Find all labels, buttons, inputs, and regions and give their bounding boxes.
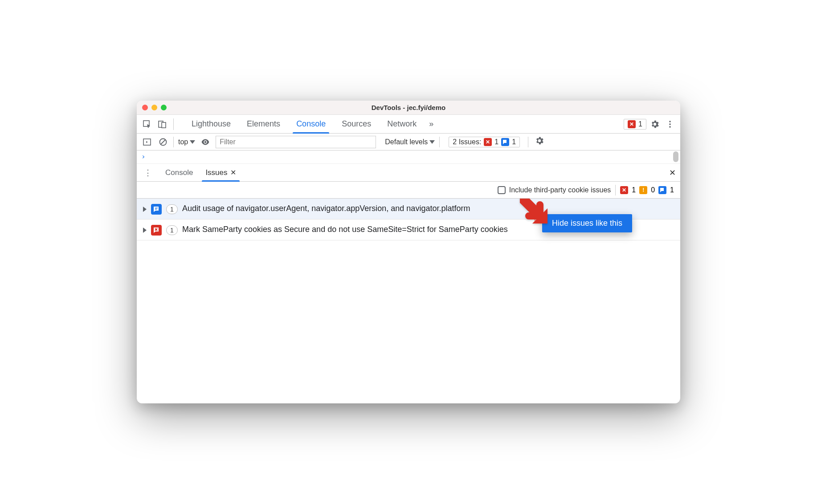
warning-count: 0 (651, 186, 655, 194)
close-drawer-button[interactable]: ✕ (669, 168, 676, 178)
inspect-element-button[interactable] (140, 118, 154, 131)
divider (528, 137, 528, 147)
live-expression-button[interactable] (200, 136, 211, 148)
drawer-tab-label: Console (165, 168, 193, 177)
checkbox-label: Include third-party cookie issues (509, 186, 611, 194)
context-menu-item-hide-issues[interactable]: Hide issues like this (542, 214, 632, 232)
tab-console[interactable]: Console (288, 115, 334, 133)
error-count: 1 (638, 120, 642, 128)
window-minimize-button[interactable] (151, 105, 157, 110)
error-issue-icon (151, 225, 162, 236)
devtools-window: DevTools - jec.fyi/demo Lighthouse Eleme… (137, 101, 680, 403)
issue-count-pill: 1 (166, 225, 178, 235)
close-tab-icon[interactable]: ✕ (230, 168, 236, 177)
divider (173, 118, 174, 130)
annotation-arrow-icon (520, 199, 551, 227)
svg-line-8 (161, 140, 165, 144)
prompt-chevron-icon: › (141, 152, 146, 161)
console-toolbar: top Default levels 2 Issues: ✕ 1 1 (137, 134, 680, 150)
include-third-party-checkbox[interactable]: Include third-party cookie issues (498, 186, 611, 194)
issues-toolbar: Include third-party cookie issues ✕ 1 ! … (137, 182, 680, 199)
drawer-tab-issues[interactable]: Issues ✕ (199, 164, 242, 181)
window-close-button[interactable] (142, 105, 148, 110)
window-title: DevTools - jec.fyi/demo (372, 104, 445, 111)
info-issue-icon (151, 204, 162, 215)
execution-context-selector[interactable]: top (178, 138, 195, 146)
context-label: top (178, 138, 188, 146)
issues-info-count: 1 (512, 138, 516, 146)
error-icon: ✕ (484, 138, 492, 146)
more-menu-button[interactable] (663, 118, 677, 131)
warning-icon: ! (639, 186, 647, 194)
drawer-tab-label: Issues (205, 168, 227, 177)
log-levels-selector[interactable]: Default levels (385, 138, 435, 146)
info-count: 1 (670, 186, 674, 194)
checkbox-icon (498, 186, 506, 194)
console-prompt[interactable]: › (137, 150, 680, 164)
console-filter (216, 136, 376, 148)
error-icon: ✕ (628, 120, 636, 128)
svg-rect-2 (162, 122, 166, 128)
issues-list: 1 Audit usage of navigator.userAgent, na… (137, 199, 680, 403)
clear-console-button[interactable] (157, 136, 169, 148)
svg-rect-9 (155, 208, 158, 209)
svg-point-5 (669, 126, 671, 128)
tab-network[interactable]: Network (379, 115, 425, 133)
main-tabbar: Lighthouse Elements Console Sources Netw… (137, 115, 680, 134)
error-counter[interactable]: ✕ 1 (624, 119, 646, 130)
main-tabs: Lighthouse Elements Console Sources Netw… (184, 115, 438, 133)
tab-elements[interactable]: Elements (239, 115, 288, 133)
info-icon (501, 138, 509, 146)
expand-icon[interactable] (143, 228, 147, 233)
error-icon: ✕ (620, 186, 628, 194)
issue-title: Audit usage of navigator.userAgent, navi… (182, 203, 674, 214)
tabs-overflow-button[interactable]: » (425, 115, 438, 133)
console-filter-input[interactable] (216, 136, 376, 148)
issue-count-pill: 1 (166, 204, 178, 214)
window-traffic-lights (142, 105, 167, 110)
drawer-tabs: Console Issues ✕ (159, 164, 242, 181)
levels-label: Default levels (385, 138, 428, 146)
chevron-down-icon (429, 140, 435, 144)
divider (173, 137, 174, 147)
scrollbar-thumb[interactable] (673, 151, 678, 162)
context-menu-label: Hide issues like this (552, 219, 622, 228)
titlebar: DevTools - jec.fyi/demo (137, 101, 680, 115)
issues-label: 2 Issues: (453, 138, 481, 146)
svg-rect-10 (155, 209, 157, 210)
drawer-more-button[interactable]: ⋮ (141, 168, 155, 178)
tab-sources[interactable]: Sources (334, 115, 379, 133)
expand-icon[interactable] (143, 207, 147, 212)
svg-point-3 (669, 121, 671, 122)
issues-counts: ✕ 1 ! 0 1 (620, 186, 674, 194)
console-sidebar-toggle[interactable] (141, 136, 153, 148)
error-count: 1 (632, 186, 636, 194)
settings-button[interactable] (648, 118, 662, 131)
info-icon (658, 186, 666, 194)
divider (615, 185, 616, 195)
drawer-tab-console[interactable]: Console (159, 164, 199, 181)
tab-lighthouse[interactable]: Lighthouse (184, 115, 239, 133)
open-issues-button[interactable]: 2 Issues: ✕ 1 1 (449, 137, 520, 147)
drawer-tabbar: ⋮ Console Issues ✕ ✕ (137, 164, 680, 182)
console-settings-button[interactable] (535, 136, 544, 148)
device-toolbar-button[interactable] (155, 118, 169, 131)
window-zoom-button[interactable] (161, 105, 167, 110)
svg-point-4 (669, 123, 671, 125)
divider (439, 137, 440, 147)
issues-error-count: 1 (494, 138, 498, 146)
chevron-down-icon (190, 140, 195, 144)
